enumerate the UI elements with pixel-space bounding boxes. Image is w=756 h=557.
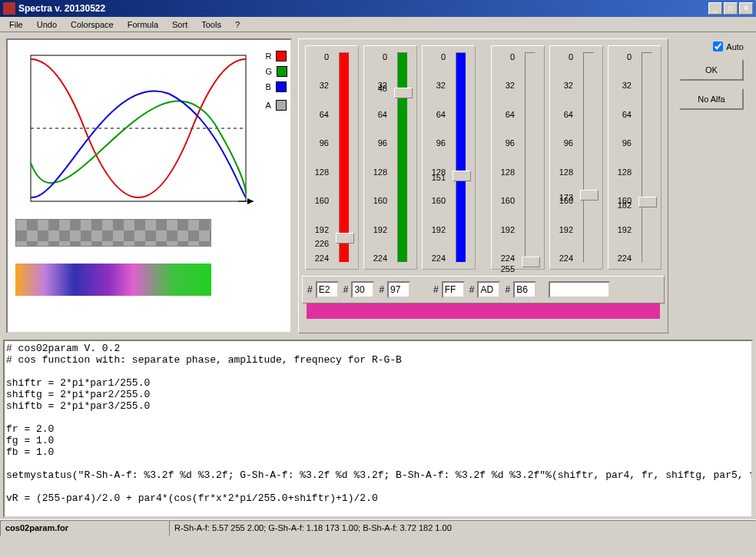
slider-track[interactable] bbox=[339, 52, 350, 263]
slider-tick: 64 bbox=[608, 110, 632, 119]
slider-tick: 224 bbox=[550, 254, 573, 263]
app-icon bbox=[3, 2, 15, 15]
color-hex-display[interactable] bbox=[549, 281, 610, 298]
code-editor[interactable] bbox=[3, 340, 753, 518]
maximize-button[interactable]: □ bbox=[724, 2, 738, 15]
slider-tick: 0 bbox=[364, 52, 387, 61]
slider-4[interactable]: 0326496128160192224173 bbox=[549, 45, 603, 270]
slider-tick: 96 bbox=[550, 138, 573, 148]
slider-tick: 192 bbox=[306, 225, 329, 234]
slider-tick: 128 bbox=[550, 167, 573, 177]
auto-checkbox[interactable] bbox=[713, 41, 723, 51]
slider-tick: 224 bbox=[423, 254, 446, 263]
ok-button[interactable]: OK bbox=[679, 59, 744, 81]
svg-marker-3 bbox=[247, 198, 254, 204]
legend-label-r: R bbox=[265, 51, 271, 61]
right-buttons: Auto OK No Alfa bbox=[673, 38, 750, 333]
slider-5[interactable]: 0326496128160192224182 bbox=[608, 45, 662, 270]
slider-thumb[interactable] bbox=[453, 171, 471, 181]
slider-thumb[interactable] bbox=[580, 190, 598, 201]
noalfa-button[interactable]: No Alfa bbox=[679, 88, 744, 110]
menu-help[interactable]: ? bbox=[229, 18, 246, 31]
slider-tick: 0 bbox=[423, 52, 446, 61]
slider-tick: 192 bbox=[423, 225, 446, 234]
graph-panel: R G B A bbox=[6, 38, 292, 333]
slider-thumb[interactable] bbox=[336, 233, 354, 244]
menu-undo[interactable]: Undo bbox=[31, 18, 63, 31]
slider-tick: 32 bbox=[608, 81, 632, 90]
menu-formula[interactable]: Formula bbox=[121, 18, 164, 31]
slider-tick: 32 bbox=[550, 81, 573, 90]
status-bar: cos02param.for R-Sh-A-f: 5.57 255 2.00; … bbox=[0, 519, 756, 536]
title-bar: Spectra v. 20130522 _ □ ✕ bbox=[0, 0, 756, 17]
slider-tick: 64 bbox=[550, 110, 573, 119]
slider-tick: 128 bbox=[608, 167, 632, 177]
slider-tick: 128 bbox=[306, 167, 329, 177]
legend: R G B A bbox=[265, 51, 287, 115]
slider-tick: 96 bbox=[306, 138, 329, 148]
slider-tick: 192 bbox=[608, 225, 632, 234]
slider-tick: 128 bbox=[364, 167, 387, 177]
legend-label-g: G bbox=[265, 67, 272, 76]
gradient-preview bbox=[15, 264, 211, 296]
slider-1[interactable]: 032649612816019222448 bbox=[363, 45, 417, 270]
menu-colorspace[interactable]: Colorspace bbox=[65, 18, 120, 31]
menu-tools[interactable]: Tools bbox=[195, 18, 227, 31]
slider-tick: 96 bbox=[423, 138, 446, 148]
slider-thumb[interactable] bbox=[522, 257, 540, 267]
slider-0[interactable]: 0326496128160192224226 bbox=[305, 45, 359, 270]
hash-symbol: # bbox=[307, 284, 313, 295]
slider-2[interactable]: 0326496128160192224151 bbox=[422, 45, 476, 270]
slider-tick: 192 bbox=[364, 225, 387, 234]
legend-swatch-r bbox=[276, 51, 287, 61]
slider-value-label: 173 bbox=[559, 193, 573, 202]
slider-track[interactable] bbox=[456, 52, 466, 263]
hash-symbol: # bbox=[343, 284, 349, 295]
hash-symbol: # bbox=[469, 284, 475, 295]
slider-tick: 160 bbox=[306, 196, 329, 205]
slider-track[interactable] bbox=[583, 52, 594, 263]
slider-tick: 0 bbox=[306, 52, 329, 61]
slider-track[interactable] bbox=[642, 52, 652, 263]
hash-symbol: # bbox=[379, 284, 384, 295]
menu-file[interactable]: File bbox=[3, 18, 29, 31]
slider-tick: 0 bbox=[492, 52, 515, 61]
legend-swatch-b bbox=[276, 81, 287, 92]
slider-track[interactable] bbox=[525, 52, 536, 263]
status-filename: cos02param.for bbox=[0, 520, 169, 536]
auto-label: Auto bbox=[726, 42, 744, 51]
legend-label-a: A bbox=[265, 101, 270, 110]
slider-tick: 64 bbox=[364, 110, 387, 119]
slider-tick: 96 bbox=[364, 138, 387, 148]
hash-input-2[interactable] bbox=[387, 281, 410, 298]
slider-value-label: 48 bbox=[378, 84, 387, 93]
minimize-button[interactable]: _ bbox=[708, 2, 722, 15]
slider-value-label: 151 bbox=[432, 173, 446, 182]
slider-tick: 224 bbox=[492, 254, 515, 263]
hash-symbol: # bbox=[433, 284, 439, 295]
slider-tick: 128 bbox=[492, 167, 515, 177]
slider-tick: 64 bbox=[492, 110, 515, 119]
slider-tick: 64 bbox=[423, 110, 446, 119]
hash-input-5[interactable] bbox=[513, 281, 536, 298]
window-title: Spectra v. 20130522 bbox=[18, 3, 708, 14]
hash-input-1[interactable] bbox=[351, 281, 374, 298]
slider-value-label: 226 bbox=[315, 239, 329, 248]
close-button[interactable]: ✕ bbox=[739, 2, 753, 15]
slider-value-label: 255 bbox=[501, 264, 515, 274]
sliders-panel: 0326496128160192224226032649612816019222… bbox=[298, 38, 668, 333]
hash-input-0[interactable] bbox=[316, 281, 339, 298]
slider-track[interactable] bbox=[397, 52, 408, 263]
slider-tick: 192 bbox=[492, 225, 515, 234]
slider-tick: 224 bbox=[306, 254, 329, 263]
result-color-bar bbox=[307, 303, 660, 319]
hash-row: ###### bbox=[302, 276, 665, 303]
hash-input-3[interactable] bbox=[442, 281, 465, 298]
hash-input-4[interactable] bbox=[477, 281, 500, 298]
menu-sort[interactable]: Sort bbox=[166, 18, 194, 31]
legend-label-b: B bbox=[265, 82, 270, 91]
slider-3[interactable]: 0326496128160192224255 bbox=[491, 45, 545, 270]
slider-thumb[interactable] bbox=[394, 88, 413, 98]
slider-thumb[interactable] bbox=[638, 197, 657, 207]
status-info: R-Sh-A-f: 5.57 255 2.00; G-Sh-A-f: 1.18 … bbox=[169, 520, 756, 536]
